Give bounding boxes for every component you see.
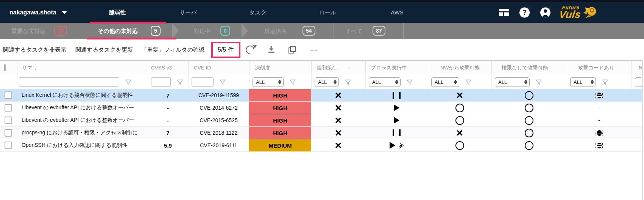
table-filter-row: ALL ALL ALL ALL ALL ALL bbox=[0, 75, 642, 89]
table-row[interactable]: Libevent の evbuffer API における整数オーバー - CVE… bbox=[0, 114, 642, 127]
collapse-columns-icon[interactable] bbox=[309, 46, 319, 53]
select-stepper-icon bbox=[454, 80, 457, 84]
user-menu[interactable]: nakagawa.shota bbox=[9, 2, 67, 23]
col-header-nw-attackable[interactable]: NWから攻撃可能 bbox=[428, 61, 491, 75]
table-row[interactable]: procps-ng における認可・権限・アクセス制御に 7 CVE-2018-1… bbox=[0, 127, 642, 139]
status-count-all: 87 bbox=[373, 26, 385, 36]
table-row[interactable]: Libevent の evbuffer API における整数オーバー - CVE… bbox=[0, 102, 642, 114]
futurevuls-logo: Future Vuls bbox=[560, 4, 598, 19]
col-header-clipped[interactable]: NW bbox=[632, 61, 642, 75]
process-play-icon bbox=[394, 117, 399, 124]
filter-funnel-icon[interactable] bbox=[465, 79, 471, 85]
nw-attackable-filter-select[interactable]: ALL bbox=[431, 77, 459, 87]
select-stepper-icon bbox=[591, 80, 594, 84]
row-checkbox[interactable] bbox=[5, 91, 12, 99]
row-checkbox[interactable] bbox=[5, 104, 12, 112]
col-header-mitigation[interactable]: 緩和策/...↑ bbox=[311, 61, 365, 75]
top-nav: nakagawa.shota 脆弱性 サーバ タスク ロール AWS Futur… bbox=[0, 2, 644, 23]
severity-badge: HIGH bbox=[249, 127, 311, 139]
sort-asc-icon[interactable]: ↑ bbox=[348, 65, 351, 71]
no-priv-circle-icon bbox=[525, 141, 533, 150]
chevron-right-icon bbox=[172, 23, 179, 38]
select-all-checkbox[interactable] bbox=[4, 64, 6, 71]
col-header-severity[interactable]: 深刻度 bbox=[249, 61, 311, 75]
vulnerability-table: サマリ CVSS v3 CVE ID 深刻度 緩和策/...↑ プロセス実行中 … bbox=[0, 60, 642, 152]
table-row[interactable]: OpenSSH における入力確認に関する脆弱性 5.9 CVE-2019-611… bbox=[0, 139, 642, 152]
cve-filter-input[interactable] bbox=[192, 77, 214, 87]
no-priv-circle-icon bbox=[525, 104, 533, 112]
copy-icon[interactable] bbox=[288, 46, 296, 54]
filter-funnel-icon[interactable] bbox=[345, 79, 351, 85]
table-row[interactable]: Linux Kernel における競合状態に関する脆弱性 7 CVE-2019-… bbox=[0, 89, 642, 102]
nav-tab-server[interactable]: サーバ bbox=[179, 2, 197, 23]
status-tab-important-open[interactable]: 重要な未対応 bbox=[11, 23, 45, 39]
filter-funnel-icon[interactable] bbox=[536, 79, 542, 85]
cvss-filter-input[interactable] bbox=[151, 77, 171, 87]
mitigation-filter-select[interactable]: ALL bbox=[315, 77, 339, 87]
filter-cell-empty bbox=[0, 75, 17, 89]
download-icon[interactable] bbox=[268, 46, 275, 54]
summary-cell: Libevent の evbuffer API における整数オーバー bbox=[17, 102, 148, 114]
row-checkbox[interactable] bbox=[5, 129, 12, 137]
help-icon[interactable] bbox=[519, 8, 530, 18]
nw-attackable-x-icon bbox=[456, 90, 463, 101]
cvss-cell: 7 bbox=[148, 89, 188, 101]
filter-cell-exploit-code: ALL bbox=[567, 75, 632, 89]
status-count-important-open: 28 bbox=[54, 26, 67, 36]
status-tab-other-open[interactable]: その他の未対応 bbox=[98, 23, 138, 39]
filter-cell-mitigation: ALL bbox=[311, 75, 365, 89]
col-header-cve-id[interactable]: CVE ID bbox=[188, 61, 249, 75]
refresh-icon[interactable] bbox=[244, 44, 256, 56]
mitigation-x-icon bbox=[335, 140, 342, 151]
filter-funnel-icon[interactable] bbox=[177, 79, 183, 85]
process-filter-select[interactable]: ALL bbox=[369, 77, 401, 87]
summary-filter-input[interactable] bbox=[19, 77, 119, 87]
no-priv-filter-select[interactable]: ALL bbox=[495, 77, 530, 87]
nav-tab-task[interactable]: タスク bbox=[249, 2, 267, 23]
nav-tab-vulnerability[interactable]: 脆弱性 bbox=[109, 2, 126, 23]
select-stepper-icon bbox=[334, 80, 337, 84]
col-header-exploit-code[interactable]: 攻撃コードあり bbox=[567, 61, 632, 75]
result-count: 5/5 件 bbox=[211, 42, 240, 58]
layout-icon[interactable] bbox=[499, 9, 509, 16]
futurevuls-app: nakagawa.shota 脆弱性 サーバ タスク ロール AWS Futur… bbox=[0, 0, 644, 200]
filter-funnel-icon[interactable] bbox=[407, 79, 413, 85]
status-count-in-progress: 0 bbox=[220, 26, 230, 36]
process-play-icon bbox=[394, 104, 399, 111]
select-stepper-icon bbox=[395, 80, 398, 84]
filter-cell-clipped bbox=[632, 75, 642, 89]
update-related-tasks-button[interactable]: 関連するタスクを更新 bbox=[75, 46, 133, 54]
filter-funnel-icon[interactable] bbox=[125, 79, 131, 85]
select-stepper-icon bbox=[524, 80, 527, 84]
exploit-code-filter-select[interactable]: ALL bbox=[570, 77, 596, 87]
divider bbox=[334, 23, 334, 39]
table-header-row: サマリ CVSS v3 CVE ID 深刻度 緩和策/...↑ プロセス実行中 … bbox=[0, 61, 642, 75]
status-tab-in-progress[interactable]: 対応中 bbox=[194, 23, 211, 39]
divider bbox=[403, 23, 404, 39]
nav-tab-role[interactable]: ロール bbox=[319, 2, 336, 23]
logo-text-vuls: Vuls bbox=[558, 10, 581, 19]
hide-related-tasks-button[interactable]: 関連するタスクを非表示 bbox=[3, 46, 66, 54]
col-header-process-running[interactable]: プロセス実行中 bbox=[365, 61, 428, 75]
row-checkbox[interactable] bbox=[5, 117, 12, 124]
col-header-summary[interactable]: サマリ bbox=[17, 61, 148, 75]
col-header-no-priv-attackable[interactable]: 権限なしで攻撃可能 bbox=[491, 61, 567, 75]
nav-tab-aws[interactable]: AWS bbox=[391, 2, 404, 23]
mitigation-x-icon bbox=[335, 90, 342, 101]
filter-funnel-icon[interactable] bbox=[602, 79, 608, 85]
row-checkbox[interactable] bbox=[5, 142, 12, 149]
scrollbar-track-border bbox=[642, 60, 642, 200]
chevron-right-icon bbox=[242, 23, 248, 38]
col-header-cvss[interactable]: CVSS v3 bbox=[148, 61, 188, 75]
exploit-bug-icon bbox=[597, 93, 602, 98]
highlight-line-top bbox=[90, 22, 166, 24]
severity-badge: HIGH bbox=[249, 89, 311, 101]
check-important-filter-button[interactable]: 「重要」フィルタの確認 bbox=[141, 46, 204, 54]
filter-funnel-icon[interactable] bbox=[290, 79, 296, 85]
filter-funnel-icon[interactable] bbox=[220, 79, 226, 85]
clipped-filter-select[interactable] bbox=[635, 77, 642, 87]
severity-filter-select[interactable]: ALL bbox=[253, 77, 284, 87]
user-avatar-icon[interactable] bbox=[540, 8, 550, 18]
status-tab-done[interactable]: 対応済み bbox=[264, 23, 287, 39]
status-tab-all[interactable]: すべて bbox=[345, 23, 363, 39]
